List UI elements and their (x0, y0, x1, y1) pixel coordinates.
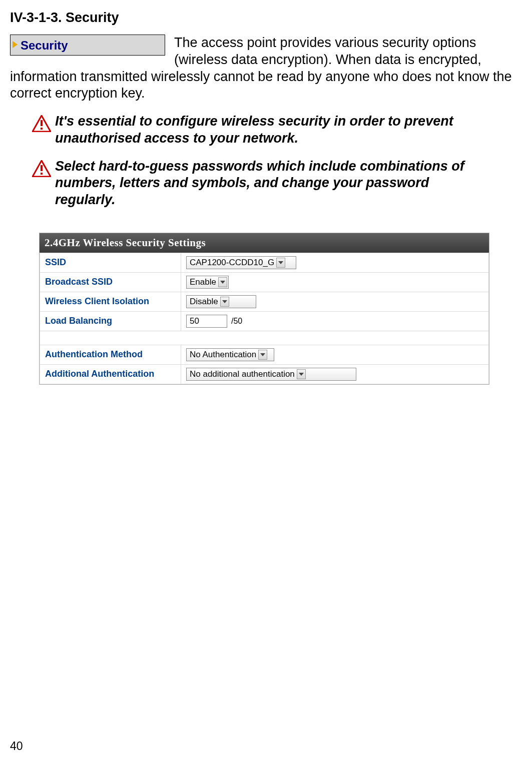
field-label: Broadcast SSID (40, 272, 181, 292)
table-row: SSIDCAP1200-CCDD10_G (40, 253, 489, 272)
chevron-down-icon (218, 277, 227, 287)
spacer-row (40, 331, 489, 345)
chevron-down-icon (258, 350, 267, 360)
field-label: Wireless Client Isolation (40, 292, 181, 311)
warning-text-1: It's essential to configure wireless sec… (55, 113, 527, 147)
table-row: Wireless Client IsolationDisable (40, 292, 489, 311)
svg-marker-11 (299, 373, 304, 376)
svg-marker-10 (260, 353, 265, 356)
chevron-down-icon (220, 297, 229, 307)
section-heading: IV-3-1-3. Security (10, 10, 527, 26)
field-value: No Authentication (181, 345, 489, 364)
svg-marker-7 (278, 261, 283, 264)
warning-2: Select hard-to-guess passwords which inc… (32, 158, 527, 209)
page-number: 40 (10, 739, 23, 753)
select-value: CAP1200-CCDD10_G (190, 258, 274, 268)
warning-1: It's essential to configure wireless sec… (32, 113, 527, 147)
alert-icon (32, 160, 51, 177)
select-value: Disable (190, 297, 218, 307)
svg-marker-0 (13, 41, 18, 48)
settings-panel-container: 2.4GHz Wireless Security Settings SSIDCA… (39, 233, 527, 385)
chevron-right-icon (11, 39, 21, 52)
wireless-security-panel: 2.4GHz Wireless Security Settings SSIDCA… (39, 233, 489, 385)
settings-table: SSIDCAP1200-CCDD10_GBroadcast SSIDEnable… (40, 253, 489, 384)
select-value: Enable (190, 277, 216, 287)
field-value: Disable (181, 292, 489, 311)
table-row: Broadcast SSIDEnable (40, 272, 489, 292)
broadcast-ssid-select[interactable]: Enable (186, 276, 229, 289)
svg-rect-5 (41, 165, 43, 171)
svg-rect-6 (41, 173, 43, 175)
field-label: Authentication Method (40, 345, 181, 364)
suffix-text: /50 (231, 317, 242, 325)
field-label: Additional Authentication (40, 364, 181, 384)
alert-icon (32, 115, 51, 132)
chevron-down-icon (297, 369, 306, 379)
chevron-down-icon (276, 258, 285, 268)
field-label: Load Balancing (40, 311, 181, 331)
field-value: CAP1200-CCDD10_G (181, 253, 489, 272)
svg-marker-9 (222, 300, 227, 303)
select-value: No Authentication (190, 350, 256, 360)
table-row: Authentication MethodNo Authentication (40, 345, 489, 364)
field-label: SSID (40, 253, 181, 272)
ssid-select[interactable]: CAP1200-CCDD10_G (186, 256, 296, 269)
svg-marker-8 (220, 281, 225, 284)
nav-label: Security (21, 38, 68, 53)
svg-rect-2 (41, 120, 43, 126)
additional-authentication-select[interactable]: No additional authentication (186, 368, 356, 381)
svg-rect-3 (41, 128, 43, 130)
security-nav-badge: Security (10, 35, 165, 56)
authentication-method-select[interactable]: No Authentication (186, 348, 274, 361)
table-row: Load Balancing50/50 (40, 311, 489, 331)
table-row: Additional AuthenticationNo additional a… (40, 364, 489, 384)
panel-title: 2.4GHz Wireless Security Settings (40, 233, 489, 253)
load-balancing-input[interactable]: 50 (186, 315, 227, 328)
field-value: Enable (181, 272, 489, 292)
field-value: 50/50 (181, 311, 489, 331)
warning-text-2: Select hard-to-guess passwords which inc… (55, 158, 527, 209)
wireless-client-isolation-select[interactable]: Disable (186, 295, 256, 308)
select-value: No additional authentication (190, 369, 295, 379)
field-value: No additional authentication (181, 364, 489, 384)
intro-block: Security The access point provides vario… (10, 35, 527, 102)
